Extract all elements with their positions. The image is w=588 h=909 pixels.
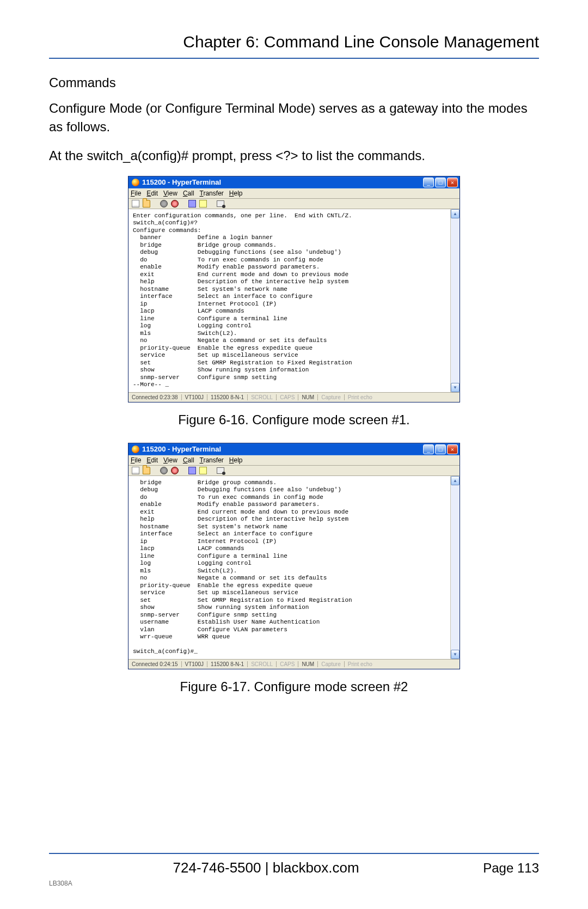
status-caps: CAPS bbox=[277, 394, 298, 400]
vertical-scrollbar[interactable]: ▲ ▼ bbox=[450, 476, 460, 659]
scroll-down-icon[interactable]: ▼ bbox=[451, 650, 460, 659]
status-caps: CAPS bbox=[277, 661, 298, 667]
menu-help[interactable]: Help bbox=[229, 456, 243, 464]
status-num: NUM bbox=[298, 661, 318, 667]
receive-icon[interactable] bbox=[199, 200, 207, 208]
chapter-title: Chapter 6: Command Line Console Manageme… bbox=[49, 33, 539, 58]
status-bar: Connected 0:23:38 VT100J 115200 8-N-1 SC… bbox=[128, 392, 460, 402]
status-connected: Connected 0:23:38 bbox=[128, 394, 182, 400]
status-connected: Connected 0:24:15 bbox=[128, 661, 182, 667]
menu-edit[interactable]: Edit bbox=[146, 456, 158, 464]
menu-transfer[interactable]: Transfer bbox=[200, 190, 224, 197]
receive-icon[interactable] bbox=[199, 467, 207, 474]
body-paragraph-2: At the switch_a(config)# prompt, press <… bbox=[49, 147, 539, 165]
terminal-output[interactable]: Enter configuration commands, one per li… bbox=[128, 209, 460, 392]
hyperterminal-window-1: 115200 - HyperTerminal _ □ × File Edit V… bbox=[128, 176, 460, 402]
scroll-track[interactable] bbox=[451, 218, 460, 383]
page-footer: 724-746-5500 | blackbox.com Page 113 LB3… bbox=[49, 853, 539, 887]
window-title-text: 115200 - HyperTerminal bbox=[142, 445, 423, 453]
menu-file[interactable]: File bbox=[131, 456, 141, 464]
menu-bar: File Edit View Call Transfer Help bbox=[128, 188, 460, 199]
scroll-down-icon[interactable]: ▼ bbox=[451, 383, 460, 392]
menu-edit[interactable]: Edit bbox=[146, 190, 158, 197]
footer-contact: 724-746-5500 | blackbox.com bbox=[49, 859, 483, 876]
footer-rule bbox=[49, 853, 539, 854]
app-icon bbox=[132, 446, 139, 453]
connect-icon[interactable] bbox=[160, 467, 168, 474]
menu-view[interactable]: View bbox=[163, 190, 177, 197]
section-heading-commands: Commands bbox=[49, 75, 539, 90]
scroll-up-icon[interactable]: ▲ bbox=[451, 209, 460, 218]
send-icon[interactable] bbox=[188, 200, 196, 208]
menu-transfer[interactable]: Transfer bbox=[200, 456, 224, 464]
terminal-content-wrap: bridge Bridge group commands. debug Debu… bbox=[128, 476, 460, 659]
footer-page-number: Page 113 bbox=[483, 861, 539, 876]
scroll-up-icon[interactable]: ▲ bbox=[451, 476, 460, 485]
properties-icon[interactable] bbox=[217, 200, 224, 207]
body-paragraph-1: Configure Mode (or Configure Terminal Mo… bbox=[49, 99, 539, 136]
status-scroll: SCROLL bbox=[248, 394, 277, 400]
window-controls: _ □ × bbox=[423, 178, 458, 187]
menu-bar: File Edit View Call Transfer Help bbox=[128, 455, 460, 466]
send-icon[interactable] bbox=[188, 467, 196, 474]
menu-help[interactable]: Help bbox=[229, 190, 243, 197]
menu-file[interactable]: File bbox=[131, 190, 141, 197]
open-icon[interactable] bbox=[143, 200, 150, 208]
status-bar: Connected 0:24:15 VT100J 115200 8-N-1 SC… bbox=[128, 659, 460, 669]
terminal-output[interactable]: bridge Bridge group commands. debug Debu… bbox=[128, 476, 460, 659]
vertical-scrollbar[interactable]: ▲ ▼ bbox=[450, 209, 460, 392]
open-icon[interactable] bbox=[143, 467, 150, 474]
titlebar[interactable]: 115200 - HyperTerminal _ □ × bbox=[128, 176, 460, 188]
disconnect-icon[interactable] bbox=[171, 200, 179, 208]
status-num: NUM bbox=[298, 394, 318, 400]
window-title-text: 115200 - HyperTerminal bbox=[142, 178, 423, 186]
new-icon[interactable] bbox=[132, 467, 139, 474]
hyperterminal-window-2: 115200 - HyperTerminal _ □ × File Edit V… bbox=[128, 443, 460, 669]
status-print-echo: Print echo bbox=[345, 661, 376, 667]
toolbar bbox=[128, 199, 460, 209]
menu-call[interactable]: Call bbox=[183, 456, 194, 464]
status-capture: Capture bbox=[318, 394, 345, 400]
minimize-button[interactable]: _ bbox=[423, 178, 434, 187]
status-scroll: SCROLL bbox=[248, 661, 277, 667]
status-capture: Capture bbox=[318, 661, 345, 667]
maximize-button[interactable]: □ bbox=[435, 444, 446, 454]
figure-caption-1: Figure 6-16. Configure mode screen #1. bbox=[49, 412, 539, 428]
titlebar[interactable]: 115200 - HyperTerminal _ □ × bbox=[128, 443, 460, 455]
status-terminal-type: VT100J bbox=[182, 394, 207, 400]
header-rule bbox=[49, 58, 539, 59]
scroll-track[interactable] bbox=[451, 485, 460, 650]
terminal-content-wrap: Enter configuration commands, one per li… bbox=[128, 209, 460, 392]
window-controls: _ □ × bbox=[423, 444, 458, 454]
status-terminal-type: VT100J bbox=[182, 661, 207, 667]
maximize-button[interactable]: □ bbox=[435, 178, 446, 187]
new-icon[interactable] bbox=[132, 200, 139, 208]
menu-view[interactable]: View bbox=[163, 456, 177, 464]
app-icon bbox=[132, 179, 139, 186]
status-print-echo: Print echo bbox=[345, 394, 376, 400]
menu-call[interactable]: Call bbox=[183, 190, 194, 197]
status-params: 115200 8-N-1 bbox=[207, 661, 248, 667]
status-params: 115200 8-N-1 bbox=[207, 394, 248, 400]
properties-icon[interactable] bbox=[217, 467, 224, 474]
toolbar bbox=[128, 466, 460, 476]
figure-caption-2: Figure 6-17. Configure mode screen #2 bbox=[49, 679, 539, 694]
close-button[interactable]: × bbox=[447, 444, 458, 454]
close-button[interactable]: × bbox=[447, 178, 458, 187]
disconnect-icon[interactable] bbox=[171, 467, 179, 474]
footer-model-code: LB308A bbox=[49, 880, 539, 887]
minimize-button[interactable]: _ bbox=[423, 444, 434, 454]
connect-icon[interactable] bbox=[160, 200, 168, 208]
